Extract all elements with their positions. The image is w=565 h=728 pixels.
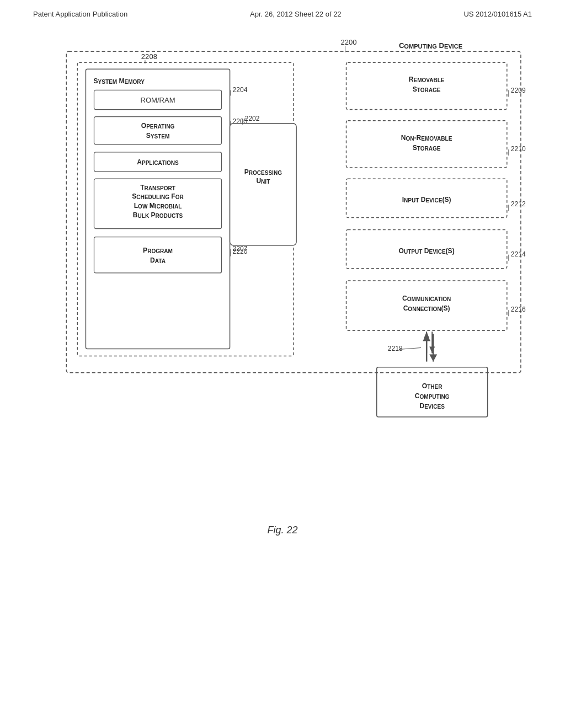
figure-caption: Fig. 22 <box>33 524 532 536</box>
svg-text:2200: 2200 <box>340 38 356 46</box>
svg-text:SYSTEM: SYSTEM <box>146 132 170 140</box>
patent-diagram: COMPUTING DEVICE 2200 2208 SYSTEM MEMORY… <box>33 35 532 506</box>
svg-rect-21 <box>94 237 221 273</box>
svg-text:2204: 2204 <box>233 86 248 94</box>
svg-text:2214: 2214 <box>511 250 526 258</box>
svg-text:2220: 2220 <box>233 248 248 255</box>
svg-text:ROM/RAM: ROM/RAM <box>140 96 175 104</box>
header-left: Patent Application Publication <box>33 10 127 18</box>
svg-text:OTHER: OTHER <box>422 382 443 390</box>
svg-text:2210: 2210 <box>511 145 526 153</box>
svg-rect-57 <box>347 281 507 330</box>
svg-text:STORAGE: STORAGE <box>413 85 441 93</box>
svg-text:INPUT DEVICE(S): INPUT DEVICE(S) <box>402 196 451 204</box>
svg-text:REMOVABLE: REMOVABLE <box>409 76 445 83</box>
svg-rect-39 <box>347 62 507 109</box>
svg-text:DATA: DATA <box>150 256 166 264</box>
svg-text:2218: 2218 <box>388 345 403 352</box>
svg-marker-68 <box>423 334 430 341</box>
svg-marker-65 <box>429 346 435 353</box>
svg-text:OPERATING: OPERATING <box>141 122 175 130</box>
svg-marker-70 <box>429 355 437 362</box>
svg-text:STORAGE: STORAGE <box>413 144 441 152</box>
svg-text:BULK PRODUCTS: BULK PRODUCTS <box>133 211 183 219</box>
header-right: US 2012/0101615 A1 <box>463 10 532 18</box>
svg-text:COMPUTING: COMPUTING <box>415 392 450 400</box>
svg-text:PROCESSING: PROCESSING <box>244 168 282 176</box>
svg-text:OUTPUT DEVICE(S): OUTPUT DEVICE(S) <box>399 247 455 255</box>
header-center: Apr. 26, 2012 Sheet 22 of 22 <box>250 10 342 18</box>
svg-text:2202: 2202 <box>245 115 260 122</box>
svg-text:CONNECTION(S): CONNECTION(S) <box>403 304 450 312</box>
svg-text:COMMUNICATION: COMMUNICATION <box>402 295 451 302</box>
svg-text:TRANSPORT: TRANSPORT <box>140 184 176 191</box>
diagram-area: COMPUTING DEVICE 2200 2208 SYSTEM MEMORY… <box>0 24 565 547</box>
svg-text:DEVICES: DEVICES <box>419 402 445 410</box>
svg-text:LOW MICROBIAL: LOW MICROBIAL <box>134 202 182 210</box>
svg-text:COMPUTING DEVICE: COMPUTING DEVICE <box>399 41 462 50</box>
svg-text:2216: 2216 <box>511 306 526 313</box>
patent-header: Patent Application Publication Apr. 26, … <box>0 0 565 24</box>
svg-text:PROGRAM: PROGRAM <box>143 247 173 254</box>
svg-rect-11 <box>94 117 221 144</box>
svg-text:UNIT: UNIT <box>256 177 270 185</box>
svg-rect-44 <box>347 121 507 168</box>
svg-text:NON-REMOVABLE: NON-REMOVABLE <box>401 134 452 142</box>
svg-text:2208: 2208 <box>141 52 157 61</box>
svg-text:APPLICATIONS: APPLICATIONS <box>137 158 179 166</box>
fig-label: Fig. 22 <box>267 524 297 536</box>
svg-text:2209: 2209 <box>511 87 526 94</box>
svg-text:SCHEDULING FOR: SCHEDULING FOR <box>132 192 184 200</box>
svg-text:SYSTEM MEMORY: SYSTEM MEMORY <box>93 77 145 85</box>
svg-text:2212: 2212 <box>511 200 526 208</box>
